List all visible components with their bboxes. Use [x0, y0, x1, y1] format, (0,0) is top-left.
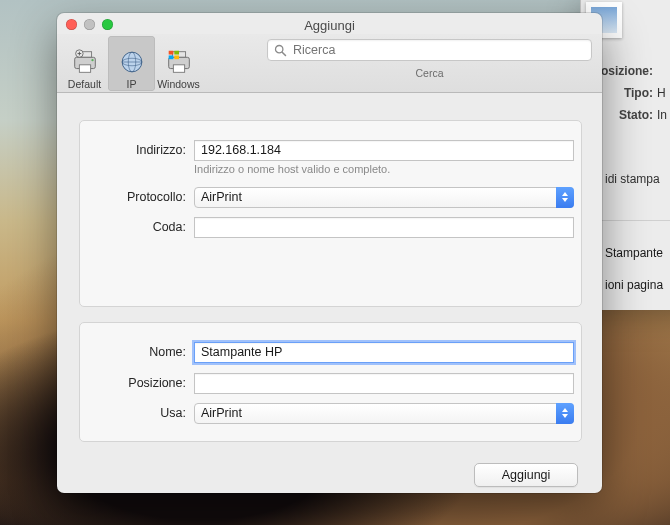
queue-label: Coda:	[80, 220, 194, 234]
globe-icon	[117, 48, 147, 76]
use-value: AirPrint	[201, 406, 242, 420]
name-label: Nome:	[80, 345, 194, 359]
minimize-icon	[84, 19, 95, 30]
protocol-value: AirPrint	[201, 190, 242, 204]
protocol-label: Protocollo:	[80, 190, 194, 204]
search-icon	[274, 44, 287, 57]
chevron-updown-icon	[556, 403, 574, 424]
add-printer-window: Aggiungi Default	[57, 13, 602, 493]
bg-printer-link[interactable]: Stampante	[605, 246, 663, 260]
address-hint: Indirizzo o nome host valido e completo.	[194, 163, 390, 175]
svg-rect-13	[173, 65, 184, 73]
tab-ip[interactable]: IP	[108, 36, 155, 91]
bg-share-button[interactable]: idi stampa	[605, 172, 660, 186]
svg-point-2	[91, 59, 93, 61]
name-field[interactable]: Stampante HP	[194, 342, 574, 363]
use-label: Usa:	[80, 406, 194, 420]
identity-panel: Nome: Stampante HP Posizione: Usa: AirPr…	[79, 322, 582, 442]
windows-printer-icon	[164, 48, 194, 76]
svg-rect-3	[79, 65, 90, 73]
add-button-label: Aggiungi	[502, 468, 551, 482]
chevron-updown-icon	[556, 187, 574, 208]
address-label: Indirizzo:	[80, 143, 194, 157]
search-caption: Cerca	[267, 67, 592, 79]
svg-rect-17	[174, 55, 179, 59]
zoom-icon[interactable]	[102, 19, 113, 30]
tab-default[interactable]: Default	[61, 36, 108, 91]
name-value: Stampante HP	[201, 345, 282, 359]
titlebar: Aggiungi	[57, 13, 602, 34]
svg-rect-15	[174, 51, 179, 55]
tab-label: Default	[68, 78, 101, 90]
svg-line-19	[282, 52, 285, 55]
tab-windows[interactable]: Windows	[155, 36, 202, 91]
window-title: Aggiungi	[304, 15, 355, 33]
add-button[interactable]: Aggiungi	[474, 463, 578, 487]
close-icon[interactable]	[66, 19, 77, 30]
search-field[interactable]	[291, 42, 585, 58]
bg-state-value: In	[657, 108, 667, 122]
bg-type-value: H	[657, 86, 666, 100]
printer-icon	[70, 48, 100, 76]
address-value: 192.168.1.184	[201, 143, 281, 157]
location-field[interactable]	[194, 373, 574, 394]
tab-label: Windows	[157, 78, 200, 90]
toolbar: Default IP	[57, 34, 602, 93]
tab-label: IP	[127, 78, 137, 90]
queue-field[interactable]	[194, 217, 574, 238]
protocol-select[interactable]: AirPrint	[194, 187, 574, 208]
search-input[interactable]	[267, 39, 592, 61]
use-select[interactable]: AirPrint	[194, 403, 574, 424]
address-field[interactable]: 192.168.1.184	[194, 140, 574, 161]
location-label: Posizione:	[80, 376, 194, 390]
connection-panel: Indirizzo: 192.168.1.184 Indirizzo o nom…	[79, 120, 582, 307]
bg-page-link[interactable]: ioni pagina	[605, 278, 663, 292]
svg-rect-16	[168, 55, 173, 59]
svg-rect-14	[168, 51, 173, 55]
